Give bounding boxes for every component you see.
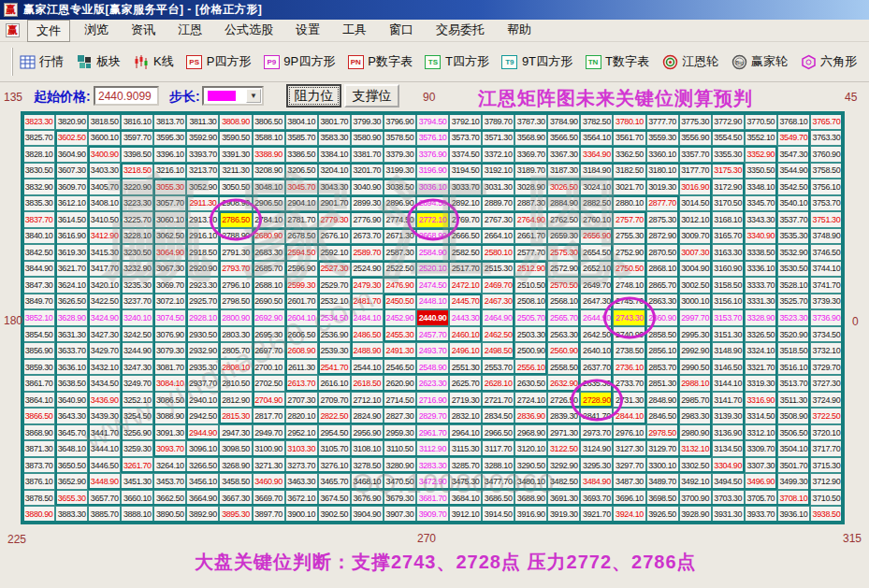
toolbar-item-1[interactable]: 板块 (76, 53, 121, 70)
grid-cell-r20c25: 3720.10 (810, 424, 843, 441)
grid-cell-r1c24: 3768.10 (777, 113, 810, 130)
menu-item-0[interactable]: 文件 (27, 20, 70, 42)
menu-item-2[interactable]: 资讯 (123, 20, 164, 42)
grid-cell-r18c11: 2712.10 (351, 392, 384, 409)
grid-cell-r2c5: 3595.30 (153, 130, 186, 147)
toolbar-item-10[interactable]: Big赢家轮 (731, 53, 788, 70)
grid-cell-r5c17: 3026.50 (547, 179, 580, 195)
grid-cell-r25c7: 3895.30 (219, 506, 252, 523)
grid-cell-r4c18: 3184.90 (580, 163, 613, 179)
grid-cell-r19c16: 2836.90 (514, 408, 547, 424)
toolbar-item-6[interactable]: TST四方形 (425, 53, 489, 70)
grid-cell-r16c5: 3081.70 (153, 359, 186, 376)
step-color-dropdown[interactable]: ▼ (202, 86, 264, 106)
grid-cell-r12c22: 3156.10 (712, 294, 745, 310)
grid-cell-r25c13: 3909.70 (416, 506, 449, 523)
grid-cell-r2c7: 3590.50 (219, 130, 252, 147)
grid-cell-r2c18: 3564.10 (580, 130, 613, 147)
grid-cell-r4c8: 3208.90 (253, 163, 285, 179)
grid-cell-r19c21: 2983.30 (679, 408, 712, 424)
menu-item-9[interactable]: 帮助 (499, 20, 540, 42)
grid-cell-r25c20: 3926.50 (646, 506, 679, 523)
grid-cell-r18c14: 2719.30 (449, 392, 482, 409)
grid-cell-r10c3: 3417.70 (88, 261, 121, 278)
grid-cell-r7c7: 2786.50 (219, 211, 252, 228)
grid-cell-r25c23: 3933.70 (745, 506, 777, 523)
grid-cell-r5c5: 3055.30 (153, 179, 186, 195)
t-number-icon: TN (585, 54, 601, 70)
grid-cell-r1c14: 3792.10 (449, 113, 482, 130)
support-button[interactable]: 支撑位 (344, 84, 399, 108)
grid-cell-r23c25: 3712.90 (810, 473, 843, 490)
grid-cell-r23c15: 3477.70 (482, 473, 514, 490)
menu-item-5[interactable]: 设置 (287, 20, 328, 42)
toolbar-item-7[interactable]: T99T四方形 (501, 53, 572, 70)
grid-cell-r14c9: 2606.50 (285, 326, 318, 343)
grid-cell-r17c3: 3434.50 (88, 375, 121, 392)
grid-cell-r21c1: 3871.30 (22, 440, 55, 457)
grid-cell-r14c22: 3151.30 (712, 326, 745, 343)
grid-cell-r17c23: 3319.30 (745, 375, 777, 392)
chevron-down-icon[interactable]: ▼ (246, 89, 261, 103)
start-price-input[interactable] (94, 86, 159, 106)
grid-cell-r8c10: 2676.10 (318, 228, 351, 245)
grid-cell-r17c13: 2623.30 (416, 375, 449, 392)
grid-cell-r16c17: 2558.50 (547, 359, 580, 376)
grid-cell-r23c18: 3484.90 (580, 473, 613, 490)
grid-cell-r22c17: 3292.90 (547, 457, 580, 474)
grid-cell-r2c11: 3580.90 (351, 130, 384, 147)
grid-cell-r23c2: 3652.90 (55, 473, 88, 490)
grid-cell-r22c6: 3266.50 (186, 457, 219, 474)
grid-cell-r6c20: 2877.70 (646, 195, 679, 212)
grid-cell-r2c19: 3561.70 (613, 130, 645, 147)
toolbar-item-11[interactable]: 六角形 (800, 53, 857, 70)
grid-cell-r17c7: 2810.50 (219, 375, 252, 392)
grid-cell-r4c11: 3201.70 (351, 163, 384, 179)
grid-cell-r20c20: 2978.50 (646, 424, 679, 441)
grid-cell-r20c12: 2959.30 (384, 424, 416, 441)
grid-cell-r13c11: 2484.10 (351, 309, 384, 326)
grid-cell-r8c24: 3535.30 (777, 228, 810, 245)
grid-cell-r9c25: 3746.50 (810, 244, 843, 261)
grid-cell-r22c10: 3276.10 (318, 457, 351, 474)
grid-cell-r16c3: 3432.10 (88, 359, 121, 376)
grid-cell-r21c13: 3112.90 (416, 440, 449, 457)
toolbar-item-2[interactable]: K线 (133, 53, 174, 70)
grid-cell-r12c1: 3849.70 (22, 294, 55, 310)
toolbar-item-8[interactable]: TNT数字表 (585, 53, 649, 70)
menu-item-6[interactable]: 工具 (334, 20, 375, 42)
grid-cell-r8c8: 2680.90 (253, 228, 285, 245)
grid-cell-r15c3: 3429.70 (88, 342, 121, 359)
grid-cell-r13c8: 2692.90 (253, 309, 285, 326)
toolbar-item-5[interactable]: PNP数字表 (347, 53, 413, 70)
grid-cell-r4c2: 3607.30 (55, 163, 88, 179)
grid-cell-r15c24: 3518.50 (777, 342, 810, 359)
grid-cell-r1c19: 3780.10 (613, 113, 645, 130)
grid-cell-r4c10: 3204.10 (318, 163, 351, 179)
grid-cell-r23c24: 3499.30 (777, 473, 810, 490)
menu-item-4[interactable]: 公式选股 (216, 20, 282, 42)
grid-cell-r6c13: 2894.50 (416, 195, 449, 212)
grid-cell-r6c3: 3408.10 (88, 195, 121, 212)
grid-cell-r22c19: 3297.70 (613, 457, 645, 474)
grid-cell-r15c5: 3079.30 (153, 342, 186, 359)
grid-cell-r17c9: 2613.70 (285, 375, 318, 392)
grid-cell-r12c17: 2568.10 (547, 294, 580, 310)
toolbar-item-0[interactable]: 行情 (19, 53, 64, 70)
grid-cell-r4c22: 3175.30 (712, 163, 745, 179)
menu-item-7[interactable]: 窗口 (381, 20, 422, 42)
grid-cell-r1c2: 3820.90 (55, 113, 88, 130)
menu-item-8[interactable]: 交易委托 (427, 20, 493, 42)
toolbar-item-4[interactable]: P99P四方形 (263, 53, 335, 70)
grid-cell-r11c22: 3158.50 (712, 277, 745, 294)
toolbar-item-label: 江恩轮 (682, 53, 718, 70)
menu-item-1[interactable]: 浏览 (76, 20, 117, 42)
resistance-button[interactable]: 阻力位 (286, 84, 341, 108)
grid-cell-r21c21: 3132.10 (679, 440, 712, 457)
grid-cell-r15c16: 2500.90 (514, 342, 547, 359)
toolbar-item-9[interactable]: 江恩轮 (661, 53, 718, 70)
toolbar-item-3[interactable]: PSP四方形 (186, 53, 252, 70)
grid-cell-r13c6: 2928.10 (186, 309, 219, 326)
menu-item-3[interactable]: 江恩 (169, 20, 210, 42)
grid-cell-r8c18: 2656.90 (580, 228, 613, 245)
